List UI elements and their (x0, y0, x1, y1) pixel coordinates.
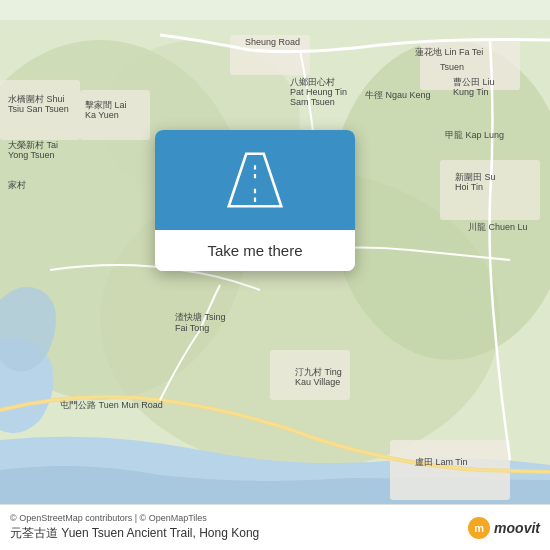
svg-text:Tsuen: Tsuen (440, 62, 464, 72)
svg-text:Yong Tsuen: Yong Tsuen (8, 150, 55, 160)
svg-text:Sam Tsuen: Sam Tsuen (290, 97, 335, 107)
svg-text:渣快塘 Tsing: 渣快塘 Tsing (175, 312, 226, 322)
svg-text:擊家間 Lai: 擊家間 Lai (85, 100, 127, 110)
place-name-label: 元荃古道 Yuen Tsuen Ancient Trail, Hong Kong (10, 526, 259, 540)
attribution-container: © OpenStreetMap contributors | © OpenMap… (10, 513, 259, 542)
map-container: Sheung Road 蓮花地 Lin Fa Tei Tsuen 水橋圍村 Sh… (0, 0, 550, 550)
svg-text:家村: 家村 (8, 180, 26, 190)
attribution-text: © OpenStreetMap contributors | © OpenMap… (10, 513, 259, 523)
place-name-text: 元荃古道 Yuen Tsuen Ancient Trail, Hong Kong (10, 525, 259, 542)
moovit-logo: m moovit (468, 517, 540, 539)
svg-text:牛徑 Ngau Keng: 牛徑 Ngau Keng (365, 90, 431, 100)
svg-text:水橋圍村 Shui: 水橋圍村 Shui (8, 94, 65, 104)
moovit-badge-letter: m (474, 522, 484, 534)
svg-text:Kung Tin: Kung Tin (453, 87, 489, 97)
moovit-badge-icon: m (468, 517, 490, 539)
road-icon (220, 145, 290, 215)
svg-text:Ka Yuen: Ka Yuen (85, 110, 119, 120)
svg-text:Kau Village: Kau Village (295, 377, 340, 387)
moovit-logo-text: moovit (494, 520, 540, 536)
svg-text:蓮花地 Lin Fa Tei: 蓮花地 Lin Fa Tei (415, 47, 483, 57)
svg-text:曹公田 Liu: 曹公田 Liu (453, 77, 495, 87)
svg-text:川龍 Chuen Lu: 川龍 Chuen Lu (468, 222, 528, 232)
take-me-there-button[interactable]: Take me there (155, 230, 355, 271)
svg-text:盧田 Lam Tin: 盧田 Lam Tin (415, 457, 468, 467)
svg-text:八鄉田心村: 八鄉田心村 (290, 77, 335, 87)
svg-text:Tsiu San Tsuen: Tsiu San Tsuen (8, 104, 69, 114)
svg-text:大榮新村 Tai: 大榮新村 Tai (8, 140, 58, 150)
svg-text:Sheung Road: Sheung Road (245, 37, 300, 47)
attribution-label: © OpenStreetMap contributors | © OpenMap… (10, 513, 207, 523)
bottom-bar: © OpenStreetMap contributors | © OpenMap… (0, 504, 550, 550)
card-image (155, 130, 355, 230)
svg-text:Fai Tong: Fai Tong (175, 323, 209, 333)
svg-text:Pat Heung Tin: Pat Heung Tin (290, 87, 347, 97)
svg-text:屯門公路 Tuen Mun Road: 屯門公路 Tuen Mun Road (60, 400, 163, 410)
svg-text:甲龍 Kap Lung: 甲龍 Kap Lung (445, 130, 504, 140)
svg-text:Hoi Tin: Hoi Tin (455, 182, 483, 192)
svg-text:新圍田 Su: 新圍田 Su (455, 172, 496, 182)
svg-text:汀九村 Ting: 汀九村 Ting (295, 367, 342, 377)
destination-card: Take me there (155, 130, 355, 271)
